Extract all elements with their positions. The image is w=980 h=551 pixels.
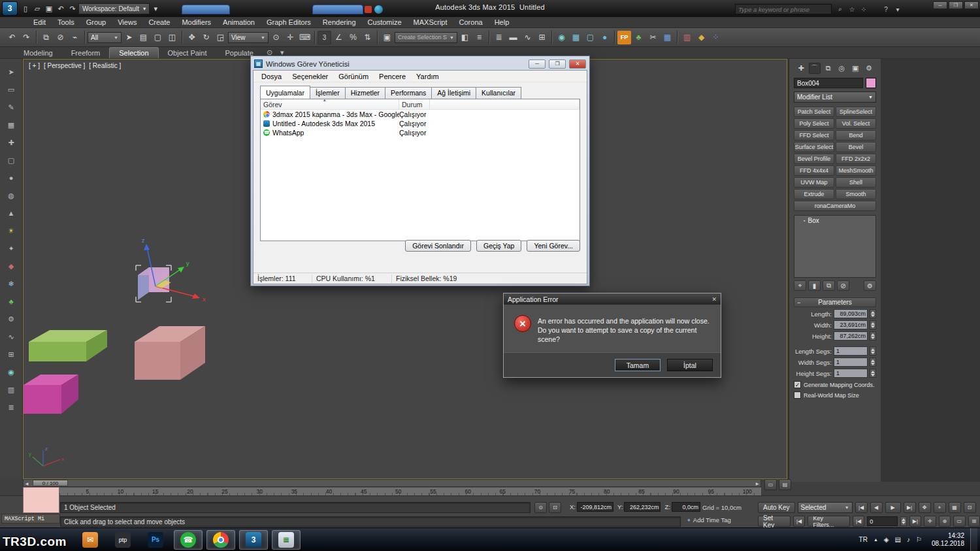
make-unique-icon[interactable]: ⧉ [823, 280, 835, 291]
new-task-button[interactable]: Yeni Görev... [527, 240, 580, 252]
strip-box-icon[interactable]: ▢ [5, 154, 18, 167]
task-manager-window[interactable]: ▦ Windows Görev Yöneticisi ─ ❐ ✕ Dosya S… [250, 56, 590, 286]
tab-display-icon[interactable]: ▣ [849, 63, 861, 74]
nav-zoom-extents-icon[interactable]: ▦ [949, 502, 961, 513]
menu-corona[interactable]: Corona [453, 18, 489, 26]
task-row[interactable]: ☎WhatsApp Çalışıyor [261, 128, 580, 137]
track-bar-ruler[interactable]: 0 5 10 15 20 25 30 35 40 45 50 55 60 65 … [23, 487, 761, 495]
tab-motion-icon[interactable]: ◎ [836, 63, 847, 74]
extras-tool-icon[interactable]: ⁘ [709, 31, 723, 44]
strip-wave-icon[interactable]: ∿ [5, 330, 18, 343]
width-segs-field[interactable]: 1 [834, 358, 868, 367]
modifier-button[interactable]: Vol. Select [836, 118, 876, 129]
angle-snap-icon[interactable]: ∠ [332, 31, 346, 44]
strip-cone-icon[interactable]: ▲ [5, 207, 18, 220]
task-row[interactable]: 3dmax 2015 kapanma - 3ds Max - Google Ch… [261, 110, 580, 119]
timeline-config-icon[interactable]: ▤ [779, 479, 791, 490]
task-manager-titlebar[interactable]: ▦ Windows Görev Yöneticisi ─ ❐ ✕ [253, 58, 587, 70]
menu-help[interactable]: Help [489, 18, 515, 26]
nav-hand-icon[interactable]: ✛ [924, 516, 936, 527]
spinner-snap-icon[interactable]: ⇅ [361, 31, 374, 44]
column-header-status[interactable]: Durum [399, 99, 430, 109]
minimize-button[interactable]: ─ [933, 1, 947, 9]
rendered-frame-window-icon[interactable]: ▢ [583, 31, 597, 44]
bind-to-spacewarp-icon[interactable]: ⌁ [68, 31, 82, 44]
fp-plugin-icon[interactable]: FP [617, 31, 631, 44]
tab-utilities-icon[interactable]: ⚙ [863, 63, 875, 74]
background-window-tab[interactable] [312, 5, 363, 14]
tm-menu-yardim[interactable]: Yardım [411, 73, 444, 80]
modifier-stack[interactable]: ▪ Box [794, 215, 876, 278]
strip-star-icon[interactable]: ✦ [5, 242, 18, 255]
stack-item-box[interactable]: ▪ Box [794, 216, 875, 225]
width-field[interactable]: 23,691cm [834, 320, 868, 329]
modifier-button[interactable]: FFD Select [794, 130, 834, 141]
stats-tool-icon[interactable]: ▥ [680, 31, 694, 44]
select-and-link-icon[interactable]: ⧉ [39, 31, 53, 44]
selection-filter-dropdown[interactable]: All▼ [88, 32, 122, 43]
taskbar-task-manager[interactable]: ▦ [272, 530, 301, 550]
select-and-manipulate-icon[interactable]: ✛ [284, 31, 297, 44]
save-icon[interactable]: ▣ [43, 3, 55, 14]
pin-stack-icon[interactable]: ⌖ [794, 280, 806, 291]
modifier-button[interactable]: MeshSmooth [836, 165, 876, 176]
next-key-icon[interactable]: ▶| [909, 516, 921, 527]
modifier-button[interactable]: UVW Map [794, 177, 834, 188]
menu-views[interactable]: Views [112, 18, 142, 26]
tm-tab-performans[interactable]: Performans [385, 87, 432, 99]
grid-tool-icon[interactable]: ▦ [661, 31, 674, 44]
menu-customize[interactable]: Customize [362, 18, 408, 26]
x-coordinate-field[interactable]: -209,812cm [577, 502, 613, 512]
prev-key-icon[interactable]: |◀ [853, 516, 864, 527]
height-field[interactable]: 87,262cm [834, 331, 868, 341]
tm-menu-gorunum[interactable]: Görünüm [333, 73, 374, 80]
time-slider-handle[interactable]: 0 / 100 [33, 480, 68, 486]
modifier-button[interactable]: Poly Select [794, 118, 834, 129]
nav-orbit-icon[interactable]: ⊞ [968, 516, 980, 527]
material-editor-icon[interactable]: ◉ [555, 31, 568, 44]
tm-tab-hizmetler[interactable]: Hizmetler [346, 87, 385, 99]
real-world-map-size-checkbox[interactable] [794, 392, 801, 399]
column-header-task[interactable]: Görev ▴ [261, 99, 399, 109]
length-spinner[interactable] [870, 309, 876, 318]
named-selection-set-combo[interactable]: Create Selection Se▼ [395, 32, 457, 43]
modifier-button[interactable]: Patch Select [794, 107, 834, 117]
gem-tool-icon[interactable]: ◆ [694, 31, 708, 44]
percent-snap-icon[interactable]: % [346, 31, 360, 44]
forest-plugin-icon[interactable]: ♣ [632, 31, 645, 44]
strip-add-icon[interactable]: ✚ [5, 136, 18, 149]
menu-group[interactable]: Group [80, 18, 112, 26]
mirror-icon[interactable]: ◧ [458, 31, 472, 44]
new-icon[interactable]: ▯ [20, 3, 31, 14]
schematic-view-icon[interactable]: ⊞ [535, 31, 549, 44]
tab-freeform[interactable]: Freeform [62, 48, 110, 58]
background-window-tab[interactable] [182, 5, 230, 14]
width-spinner[interactable] [870, 320, 876, 329]
tab-modify-icon[interactable]: ⌒ [809, 63, 821, 74]
application-error-dialog[interactable]: Application Error ✕ ✕ An error has occur… [503, 293, 721, 378]
height-spinner[interactable] [870, 331, 876, 341]
help-icon[interactable]: ? [881, 4, 891, 14]
set-key-button[interactable]: Set Key [758, 516, 791, 527]
tm-maximize-button[interactable]: ❐ [549, 59, 566, 69]
render-setup-icon[interactable]: ▦ [569, 31, 583, 44]
go-to-end-icon[interactable]: ▶| [904, 502, 916, 513]
taskbar-photoshop[interactable]: Ps [141, 530, 170, 550]
maxscript-listener[interactable] [23, 487, 59, 513]
taskbar-ptp[interactable]: ptp [108, 530, 137, 550]
modifier-button[interactable]: SplineSelect [836, 107, 876, 117]
use-pivot-center-icon[interactable]: ⊙ [269, 31, 283, 44]
reference-coordinate-dropdown[interactable]: View▼ [228, 32, 269, 43]
object-color-swatch[interactable] [866, 78, 876, 88]
strip-chart-icon[interactable]: ▥ [5, 383, 18, 396]
strip-snow-icon[interactable]: ❄ [5, 277, 18, 290]
modifier-button[interactable]: Surface Select [794, 142, 834, 152]
tab-hierarchy-icon[interactable]: ⧉ [823, 63, 834, 74]
length-segs-field[interactable]: 1 [834, 346, 868, 356]
height-segs-field[interactable]: 1 [834, 369, 868, 378]
maximize-button[interactable]: ❐ [949, 1, 963, 9]
tm-menu-dosya[interactable]: Dosya [256, 73, 287, 80]
configure-modifier-sets-icon[interactable]: ⚙ [864, 280, 876, 291]
undo-icon[interactable]: ↶ [5, 31, 19, 44]
tm-menu-secenekler[interactable]: Seçenekler [287, 73, 333, 80]
